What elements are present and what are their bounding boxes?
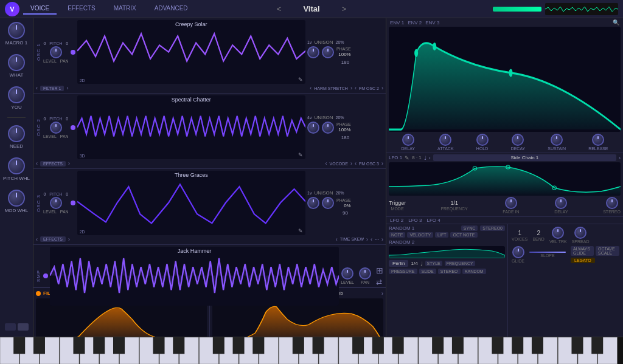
osc1-edit-btn[interactable]: ✎ [298, 77, 303, 83]
osc1-enable-dot[interactable] [71, 50, 75, 55]
osc1-filter-next[interactable]: › [66, 85, 68, 91]
macro4-knob[interactable] [8, 125, 25, 142]
osc2-level-knob[interactable] [50, 122, 62, 134]
osc3-level-knob[interactable] [50, 197, 62, 209]
macro2-knob[interactable] [8, 54, 25, 71]
slope-slider[interactable] [529, 252, 566, 253]
env1-label[interactable]: ENV 1 [390, 20, 404, 26]
legato-btn[interactable]: LEGATO [571, 258, 595, 263]
spread-knob[interactable] [574, 227, 586, 239]
random2-label[interactable]: RANDOM 2 [389, 239, 414, 245]
env-release-knob[interactable] [592, 134, 604, 146]
random2-slide[interactable]: SLIDE [419, 269, 436, 274]
macro1-knob[interactable] [8, 22, 25, 39]
tab-matrix[interactable]: MATRIX [106, 3, 144, 15]
prev-preset-button[interactable]: < [277, 5, 281, 13]
always-glide-btn[interactable]: ALWAYS GLIDE [571, 246, 594, 256]
osc3-enable-dot[interactable] [71, 201, 75, 205]
smp-shuffle-icon[interactable]: ⇄ [376, 278, 383, 286]
osc2-fm-label[interactable]: FM OSC 3 [359, 162, 379, 166]
osc3-phase-knob[interactable] [322, 197, 334, 209]
osc3-filter-label[interactable]: EFFECTS [40, 236, 66, 242]
keyboard[interactable] [0, 337, 623, 364]
tab-effects[interactable]: EFFECTS [60, 3, 103, 15]
vel-trk-knob[interactable] [552, 227, 564, 239]
smp-enable-dot[interactable] [43, 273, 48, 278]
lfo3-label[interactable]: LFO 3 [408, 218, 422, 223]
env-delay-knob[interactable] [402, 134, 414, 146]
macro3-knob[interactable] [8, 86, 25, 103]
osc3-edit-btn[interactable]: ✎ [298, 228, 303, 234]
smp-pan-knob[interactable] [359, 267, 371, 280]
osc1-fm-prev[interactable]: ‹ [355, 85, 357, 91]
osc1-phase-knob[interactable] [322, 46, 334, 58]
smp-grid-icon[interactable]: ⊞ [376, 266, 383, 275]
lfo1-note-icon[interactable]: ♩ [424, 155, 426, 161]
osc1-harm-label[interactable]: HARM STRETCH [314, 86, 348, 91]
osc1-unison-knob[interactable] [307, 46, 319, 58]
osc1-harm-prev[interactable]: ‹ [310, 85, 312, 91]
tab-advanced[interactable]: ADVANCED [147, 3, 195, 15]
random1-label[interactable]: RANDOM 1 [389, 225, 414, 231]
svg-rect-49 [352, 337, 364, 354]
osc2-unison-knob[interactable] [307, 122, 319, 134]
mod-wheel-knob[interactable] [8, 190, 25, 207]
lfo1-label[interactable]: LFO 1 [389, 155, 402, 160]
random2-random[interactable]: RANDOM [462, 269, 486, 274]
tab-voice[interactable]: VOICE [23, 3, 57, 15]
lfo1-delay-knob[interactable] [555, 197, 567, 209]
lfo1-fadein-knob[interactable] [505, 197, 517, 209]
filter2-type-next[interactable]: › [381, 290, 383, 297]
random2-style-val[interactable]: Perlin [389, 260, 408, 267]
random1-stereo[interactable]: STEREO0 [480, 225, 505, 231]
osc2-edit-btn[interactable]: ✎ [298, 152, 303, 158]
svg-point-1 [433, 43, 436, 50]
lfo1-stereo-knob[interactable] [606, 197, 618, 209]
env-hold-knob[interactable] [476, 134, 489, 146]
random2-pressure[interactable]: PRESSURE [389, 269, 417, 274]
random2-stereo[interactable]: STEREO [438, 269, 461, 274]
list-view-btn[interactable] [18, 323, 29, 331]
lfo2-label[interactable]: LFO 2 [390, 218, 403, 223]
lfo1-freq-val[interactable]: 1/1 [451, 200, 459, 206]
env-sustain-knob[interactable] [551, 134, 563, 146]
osc3-harm-label[interactable]: TIME SKEW [340, 237, 364, 241]
osc2-filter-prev[interactable]: ‹ [36, 160, 38, 167]
random1-velocity[interactable]: VELOCITY [407, 232, 433, 238]
osc2-harm-label[interactable]: VOCODE [330, 162, 348, 166]
osc3-unison-knob[interactable] [307, 197, 319, 209]
osc1-harm-next[interactable]: › [350, 85, 352, 91]
filter1-dot[interactable] [36, 291, 41, 296]
volume-bar[interactable] [493, 7, 541, 12]
lfo4-label[interactable]: LFO 4 [426, 218, 440, 223]
osc2-enable-dot[interactable] [71, 125, 75, 130]
octave-scale-btn[interactable]: OCTAVE SCALE [596, 246, 619, 256]
osc1-filter-prev[interactable]: ‹ [36, 85, 38, 91]
env-attack-knob[interactable] [439, 134, 451, 146]
osc1-fm-next[interactable]: › [381, 85, 383, 91]
osc3-knobs: 0 PITCH 0 LEVEL PAN [43, 192, 69, 214]
env2-label[interactable]: ENV 2 [408, 20, 422, 26]
osc2-phase-knob[interactable] [322, 122, 334, 134]
osc1-level-knob[interactable] [50, 46, 62, 58]
smp-level-knob[interactable] [341, 267, 353, 280]
lfo1-source[interactable]: Side Chain 1 [433, 154, 616, 161]
grid-view-btn[interactable] [5, 323, 16, 331]
next-preset-button[interactable]: > [342, 5, 346, 13]
osc1-fm-label[interactable]: FM OSC 2 [359, 86, 379, 91]
random1-sync[interactable]: SYNC [461, 225, 478, 231]
random1-octnote[interactable]: OCT NOTE [450, 232, 477, 238]
env-decay-knob[interactable] [512, 134, 524, 146]
random2-freq-val[interactable]: 1/4 [411, 261, 417, 266]
osc2-filter-next[interactable]: › [68, 160, 70, 167]
random1-lift[interactable]: LIFT [435, 232, 448, 238]
osc1-filter-label[interactable]: FILTER 1 [40, 86, 64, 91]
env-search-icon[interactable]: 🔍 [613, 19, 619, 26]
osc2-filter-label[interactable]: EFFECTS [40, 161, 66, 167]
pitch-wheel-knob[interactable] [8, 157, 25, 174]
random1-note[interactable]: NOTE [389, 232, 405, 238]
lfo1-mode-val[interactable]: Trigger [389, 200, 406, 206]
glide-knob[interactable] [512, 246, 524, 258]
env3-label[interactable]: ENV 3 [425, 20, 439, 26]
osc3-fm-label[interactable]: --- [375, 237, 379, 241]
